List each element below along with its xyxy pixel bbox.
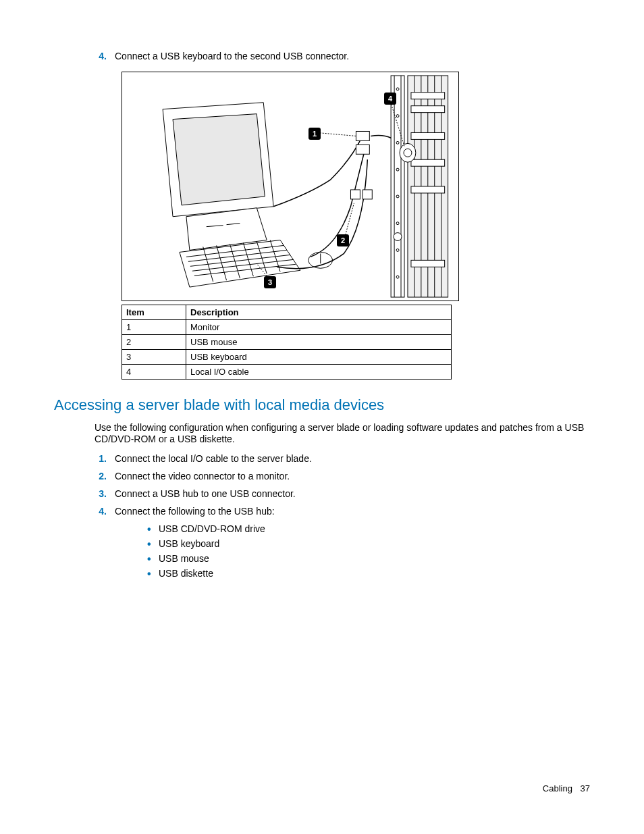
table-header-item: Item (122, 305, 186, 320)
sub-list-item: USB CD/DVD-ROM drive (142, 523, 590, 534)
table-row: 3 USB keyboard (122, 350, 452, 365)
svg-rect-18 (363, 190, 372, 199)
svg-rect-38 (411, 106, 445, 113)
table-cell-item: 3 (122, 350, 186, 365)
step-item: 3. Connect a USB hub to one USB connecto… (95, 488, 590, 499)
step-number: 2. (95, 471, 115, 481)
table-header-description: Description (186, 305, 452, 320)
sub-list-item: USB keyboard (142, 538, 590, 549)
svg-rect-15 (356, 131, 369, 140)
step-number: 4. (95, 51, 115, 61)
table-row: 2 USB mouse (122, 335, 452, 350)
svg-rect-16 (356, 145, 369, 154)
table-header-row: Item Description (122, 305, 452, 320)
server-blade-diagram (122, 72, 458, 301)
steps-list: 1. Connect the local I/O cable to the se… (95, 453, 590, 579)
step-text: Connect a USB hub to one USB connector. (115, 488, 296, 499)
footer-section: Cabling (543, 783, 572, 793)
table-cell-item: 4 (122, 365, 186, 380)
step-number: 1. (95, 453, 115, 464)
step-text: Connect the local I/O cable to the serve… (115, 453, 312, 464)
svg-rect-19 (391, 76, 404, 297)
table-row: 4 Local I/O cable (122, 365, 452, 380)
svg-rect-37 (411, 93, 445, 99)
callout-marker-3: 3 (264, 276, 276, 288)
svg-point-44 (404, 149, 412, 157)
step-number: 4. (95, 506, 115, 517)
items-table: Item Description 1 Monitor 2 USB mouse 3… (122, 305, 452, 380)
table-cell-desc: USB keyboard (186, 350, 452, 365)
callout-marker-1: 1 (308, 128, 321, 140)
diagram-illustration: 1 2 3 4 (122, 72, 459, 301)
page-footer: Cabling 37 (543, 783, 590, 793)
svg-line-45 (317, 132, 356, 136)
svg-rect-42 (411, 260, 445, 267)
step-text: Connect the video connector to a monitor… (115, 471, 290, 481)
table-cell-desc: Local I/O cable (186, 365, 452, 380)
table-cell-desc: Monitor (186, 320, 452, 335)
svg-rect-39 (411, 132, 445, 139)
top-step: 4. Connect a USB keyboard to the second … (95, 51, 590, 61)
step-text: Connect the following to the USB hub: (115, 506, 275, 517)
svg-rect-41 (411, 186, 445, 193)
svg-point-29 (394, 233, 402, 241)
table-cell-item: 1 (122, 320, 186, 335)
footer-page-number: 37 (581, 783, 590, 793)
svg-rect-17 (350, 190, 360, 199)
sub-list-item: USB mouse (142, 553, 590, 564)
step-item: 1. Connect the local I/O cable to the se… (95, 453, 590, 464)
sub-list: USB CD/DVD-ROM drive USB keyboard USB mo… (142, 523, 590, 579)
step-number: 3. (95, 488, 115, 499)
callout-marker-4: 4 (384, 93, 396, 105)
sub-list-item: USB diskette (142, 568, 590, 579)
table-cell-item: 2 (122, 335, 186, 350)
step-item: 4. Connect the following to the USB hub: (95, 506, 590, 517)
step-text: Connect a USB keyboard to the second USB… (115, 51, 349, 61)
svg-rect-40 (411, 159, 445, 166)
callout-marker-2: 2 (337, 234, 349, 246)
table-row: 1 Monitor (122, 320, 452, 335)
section-heading: Accessing a server blade with local medi… (54, 396, 590, 414)
step-item: 2. Connect the video connector to a moni… (95, 471, 590, 481)
section-intro: Use the following configuration when con… (95, 422, 590, 445)
table-cell-desc: USB mouse (186, 335, 452, 350)
